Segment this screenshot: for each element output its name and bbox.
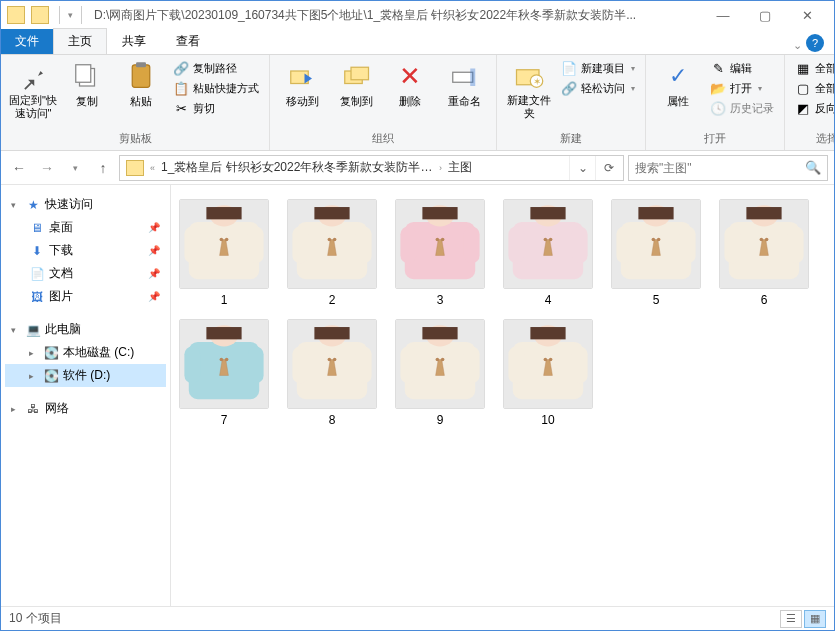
thumbnails-view-button[interactable]: ▦ — [804, 610, 826, 628]
group-new: ✶ 新建文件夹 📄新建项目▾ 🔗轻松访问▾ 新建 — [497, 55, 646, 150]
file-thumbnail[interactable]: 10 — [503, 319, 593, 427]
svg-rect-38 — [508, 226, 524, 263]
help-icon[interactable]: ? — [806, 34, 824, 52]
delete-button[interactable]: ✕ 删除 — [384, 59, 436, 111]
file-thumbnail[interactable]: 4 — [503, 199, 593, 307]
thumbnail-grid: 1 2 3 4 — [179, 199, 826, 427]
breadcrumb-item[interactable]: 主图 — [444, 159, 476, 176]
minimize-ribbon-icon[interactable]: ⌄ — [793, 39, 802, 52]
sidebar-item-downloads[interactable]: ⬇下载📌 — [5, 239, 166, 262]
group-open: ✓ 属性 ✎编辑 📂打开▾ 🕓历史记录 打开 — [646, 55, 785, 150]
network-icon: 🖧 — [25, 401, 41, 417]
new-folder-button[interactable]: ✶ 新建文件夹 — [503, 59, 555, 122]
svg-point-35 — [441, 238, 445, 242]
close-button[interactable]: ✕ — [786, 1, 828, 29]
svg-point-90 — [544, 358, 548, 362]
svg-rect-17 — [206, 207, 241, 219]
copy-path-button[interactable]: 🔗复制路径 — [169, 59, 263, 77]
tab-file[interactable]: 文件 — [1, 29, 53, 54]
file-thumbnail[interactable]: 6 — [719, 199, 809, 307]
file-list[interactable]: 1 2 3 4 — [171, 185, 834, 606]
sidebar-item-drive-d[interactable]: ▸💽软件 (D:) — [5, 364, 166, 387]
pin-icon — [18, 61, 48, 91]
file-name: 3 — [437, 293, 444, 307]
easy-access-button[interactable]: 🔗轻松访问▾ — [557, 79, 639, 97]
chevron-icon[interactable]: › — [437, 163, 444, 173]
select-all-button[interactable]: ▦全部选择 — [791, 59, 835, 77]
move-to-button[interactable]: 移动到 — [276, 59, 328, 111]
svg-point-34 — [436, 238, 440, 242]
ribbon: 固定到"快速访问" 复制 粘贴 🔗复制路径 📋粘贴快捷方式 ✂剪切 剪贴板 — [1, 55, 834, 151]
sidebar-item-desktop[interactable]: 🖥桌面📌 — [5, 216, 166, 239]
sidebar-item-quick-access[interactable]: ▾★快速访问 — [5, 193, 166, 216]
sidebar-item-drive-c[interactable]: ▸💽本地磁盘 (C:) — [5, 341, 166, 364]
svg-rect-73 — [314, 327, 349, 339]
select-none-button[interactable]: ▢全部取消 — [791, 79, 835, 97]
file-name: 6 — [761, 293, 768, 307]
open-button[interactable]: 📂打开▾ — [706, 79, 778, 97]
copy-icon — [72, 61, 102, 91]
open-icon: 📂 — [710, 80, 726, 96]
pin-quick-access-button[interactable]: 固定到"快速访问" — [7, 59, 59, 122]
svg-rect-65 — [206, 327, 241, 339]
file-thumbnail[interactable]: 8 — [287, 319, 377, 427]
svg-point-74 — [328, 358, 332, 362]
chevron-icon[interactable]: « — [148, 163, 157, 173]
edit-button[interactable]: ✎编辑 — [706, 59, 778, 77]
details-view-button[interactable]: ☰ — [780, 610, 802, 628]
breadcrumb-item[interactable]: 1_裳格皇后 针织衫女2022年秋冬季新款女装防半高领... — [157, 159, 437, 176]
pin-icon: 📌 — [148, 291, 160, 302]
paste-shortcut-button[interactable]: 📋粘贴快捷方式 — [169, 79, 263, 97]
cut-icon: ✂ — [173, 100, 189, 116]
file-thumbnail[interactable]: 2 — [287, 199, 377, 307]
file-thumbnail[interactable]: 9 — [395, 319, 485, 427]
sidebar-item-network[interactable]: ▸🖧网络 — [5, 397, 166, 420]
back-button[interactable]: ← — [7, 156, 31, 180]
history-button[interactable]: 🕓历史记录 — [706, 99, 778, 117]
svg-rect-2 — [132, 65, 150, 88]
address-bar[interactable]: « 1_裳格皇后 针织衫女2022年秋冬季新款女装防半高领... › 主图 ⌄ … — [119, 155, 624, 181]
svg-rect-23 — [356, 226, 372, 263]
file-thumbnail[interactable]: 1 — [179, 199, 269, 307]
group-organize: 移动到 复制到 ✕ 删除 重命名 组织 — [270, 55, 497, 150]
tab-share[interactable]: 共享 — [107, 28, 161, 54]
properties-icon: ✓ — [663, 61, 693, 91]
forward-button[interactable]: → — [35, 156, 59, 180]
path-icon: 🔗 — [173, 60, 189, 76]
search-box[interactable]: 🔍 — [628, 155, 828, 181]
up-button[interactable]: ↑ — [91, 156, 115, 180]
file-thumbnail[interactable]: 5 — [611, 199, 701, 307]
copy-button[interactable]: 复制 — [61, 59, 113, 111]
select-none-icon: ▢ — [795, 80, 811, 96]
thumbnail-image — [503, 319, 593, 409]
sidebar-item-this-pc[interactable]: ▾💻此电脑 — [5, 318, 166, 341]
rename-button[interactable]: 重命名 — [438, 59, 490, 111]
thumbnail-image — [287, 199, 377, 289]
tab-view[interactable]: 查看 — [161, 28, 215, 54]
paste-button[interactable]: 粘贴 — [115, 59, 167, 111]
file-thumbnail[interactable]: 3 — [395, 199, 485, 307]
cut-button[interactable]: ✂剪切 — [169, 99, 263, 117]
new-item-button[interactable]: 📄新建项目▾ — [557, 59, 639, 77]
svg-point-27 — [333, 238, 337, 242]
search-icon[interactable]: 🔍 — [805, 160, 821, 175]
tab-home[interactable]: 主页 — [53, 28, 107, 54]
svg-rect-86 — [508, 346, 524, 383]
qat-dropdown-icon[interactable]: ▾ — [68, 10, 73, 20]
address-dropdown-button[interactable]: ⌄ — [569, 156, 595, 180]
file-thumbnail[interactable]: 7 — [179, 319, 269, 427]
invert-selection-button[interactable]: ◩反向选择 — [791, 99, 835, 117]
maximize-button[interactable]: ▢ — [744, 1, 786, 29]
copy-to-button[interactable]: 复制到 — [330, 59, 382, 111]
svg-rect-57 — [746, 207, 781, 219]
minimize-button[interactable]: — — [702, 1, 744, 29]
refresh-button[interactable]: ⟳ — [595, 156, 621, 180]
sidebar-item-documents[interactable]: 📄文档📌 — [5, 262, 166, 285]
recent-locations-button[interactable]: ▾ — [63, 156, 87, 180]
group-label: 打开 — [704, 129, 726, 148]
properties-button[interactable]: ✓ 属性 — [652, 59, 704, 111]
folder-icon — [7, 6, 25, 24]
search-input[interactable] — [635, 161, 805, 175]
sidebar-item-pictures[interactable]: 🖼图片📌 — [5, 285, 166, 308]
svg-rect-33 — [422, 207, 457, 219]
